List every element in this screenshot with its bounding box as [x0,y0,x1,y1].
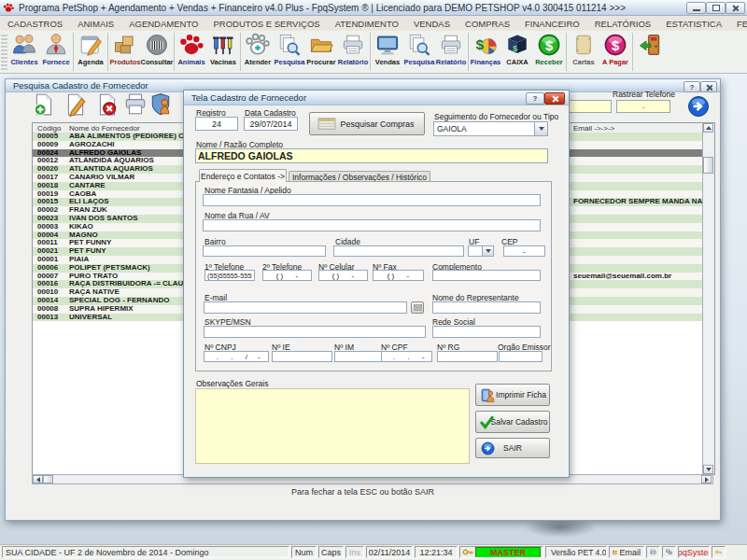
toolbar-button-produtos[interactable]: Produtos [109,31,141,73]
grid-vscrollbar[interactable] [702,123,714,474]
minimize-button[interactable] [686,2,706,14]
record-delete-button[interactable] [95,92,120,117]
orgao-input[interactable] [499,351,543,362]
rg-input[interactable] [437,351,498,362]
toolbar-button-agenda[interactable]: Agenda [75,31,106,73]
tel2-input[interactable] [262,270,312,281]
menu-item-financeiro[interactable]: FINANCEIRO [517,19,587,29]
toolbar-separator [107,33,108,71]
scroll-left-button[interactable] [33,475,43,483]
toolbar-button-caixa[interactable]: $CAIXA [501,31,533,73]
toolbar-separator [174,33,175,71]
search-close-button[interactable] [700,81,717,92]
salvar-cadastro-button[interactable]: Salvar Cadastro [475,411,550,433]
menu-item-cadastros[interactable]: CADASTROS [0,19,70,29]
record-edit-button[interactable] [63,92,88,117]
scroll-down-button[interactable] [703,465,713,474]
toolbar-button-vacinas[interactable]: Vacinas [207,31,239,73]
rede-social-input[interactable] [432,326,541,338]
status-network[interactable] [662,546,676,558]
toolbar-button-animais[interactable]: Animais [176,31,207,73]
toolbar-button-a-pagar[interactable]: $A Pagar [599,31,631,73]
paw-cross-icon [246,33,270,57]
ie-input[interactable] [272,351,332,362]
toolbar-button-cartas[interactable]: Cartas [568,31,599,73]
toolbar-button-consultar[interactable]: Consultar [141,31,173,73]
exit-door-icon [638,33,662,57]
bairro-input[interactable] [203,245,326,257]
status-printer[interactable] [646,546,660,558]
nome-fantasia-input[interactable] [203,194,541,206]
cep-input[interactable] [503,245,545,257]
svg-text:$: $ [612,38,619,53]
toolbar-button-vendas[interactable]: Vendas [372,31,403,73]
send-email-button[interactable] [411,301,424,314]
toolbar-button-procurar[interactable]: Procurar [305,31,337,73]
tab-endereco[interactable]: Endereço e Contatos -> [199,169,287,182]
status-email[interactable]: Email [609,546,644,558]
status-num: Num [291,546,317,558]
rastrear-input[interactable] [616,100,670,113]
rastrear-go-button[interactable] [687,95,710,121]
email-input[interactable] [204,301,407,314]
representante-input[interactable] [432,301,541,314]
fax-input[interactable] [373,270,424,281]
toolbar-button-relat-rio[interactable]: Relatório [337,31,369,73]
menu-item-estatistica[interactable]: ESTATISTICA [658,19,729,29]
search-help-button[interactable]: ? [684,81,700,92]
cpf-input[interactable] [381,351,432,362]
menu-item-compras[interactable]: COMPRAS [458,19,517,29]
menu-item-relat-rios[interactable]: RELATÓRIOS [587,19,659,29]
vscroll-thumb[interactable] [703,157,713,174]
data-cadastro-input[interactable] [244,117,298,131]
observacoes-textarea[interactable] [195,388,470,464]
skype-input[interactable] [204,326,426,338]
observacoes-label: Observações Gerais [196,379,268,388]
rua-input[interactable] [203,219,541,231]
menu-item-ferramentas[interactable]: FERRAMENTAS [729,19,747,29]
complemento-input[interactable] [432,270,541,281]
record-add-button[interactable] [32,92,56,117]
toolbar-button-pesquisa[interactable]: Pesquisa [274,31,305,73]
toolbar-button-fornece[interactable]: Fornece [40,31,72,73]
scroll-right-button[interactable] [701,475,712,483]
menu-item-produtos-e-servi-os[interactable]: PRODUTOS E SERVIÇOS [205,19,327,29]
close-button[interactable] [726,2,745,14]
supplier-icon [44,33,68,57]
menubar: CADASTROSANIMAISAGENDAMENTOPRODUTOS E SE… [0,16,747,32]
cnpj-input[interactable] [204,351,269,362]
tel1-input[interactable] [204,270,255,281]
toolbar-button-finan-as[interactable]: $Finanças [470,31,501,73]
im-input[interactable] [334,351,386,362]
record-exit-button[interactable] [148,92,173,117]
pesquisar-compras-button[interactable]: Pesquisar Compras [309,112,425,135]
seguimento-combo[interactable]: GAIOLA [433,121,548,136]
menu-item-animais[interactable]: ANIMAIS [70,19,121,29]
menu-item-vendas[interactable]: VENDAS [406,19,458,29]
toolbar-separator [566,33,567,71]
cidade-input[interactable] [333,245,464,257]
registro-input[interactable] [195,117,238,131]
sair-button[interactable]: SAIR [475,438,550,458]
toolbar-button-receber[interactable]: $Receber [533,31,565,73]
dialog-titlebar: Tela Cadastro de Fornecedor [184,91,569,105]
dialog-close-button[interactable] [544,92,565,105]
chevron-down-icon[interactable] [534,122,547,135]
dialog-help-button[interactable]: ? [526,92,544,105]
scroll-up-button[interactable] [703,123,713,133]
imprimir-ficha-button[interactable]: Imprimir Ficha [475,384,550,406]
chevron-down-icon[interactable] [482,246,493,256]
toolbar-button-clientes[interactable]: Clientes [8,31,40,73]
restore-button[interactable] [706,2,726,14]
nome-razao-input[interactable] [195,148,548,163]
record-print-button[interactable] [123,92,148,117]
toolbar-button-pesquisa[interactable]: Pesquisa [403,31,435,73]
menu-item-atendimento[interactable]: ATENDIMENTO [328,19,406,29]
toolbar-button-atender[interactable]: Atender [242,31,274,73]
celular-input[interactable] [318,270,368,281]
menu-item-agendamento[interactable]: AGENDAMENTO [121,19,205,29]
hscroll-thumb[interactable] [43,475,53,483]
toolbar-button-sair[interactable] [634,31,666,73]
uf-combo[interactable] [468,245,494,257]
toolbar-button-relat-rio[interactable]: Relatório [435,31,467,73]
